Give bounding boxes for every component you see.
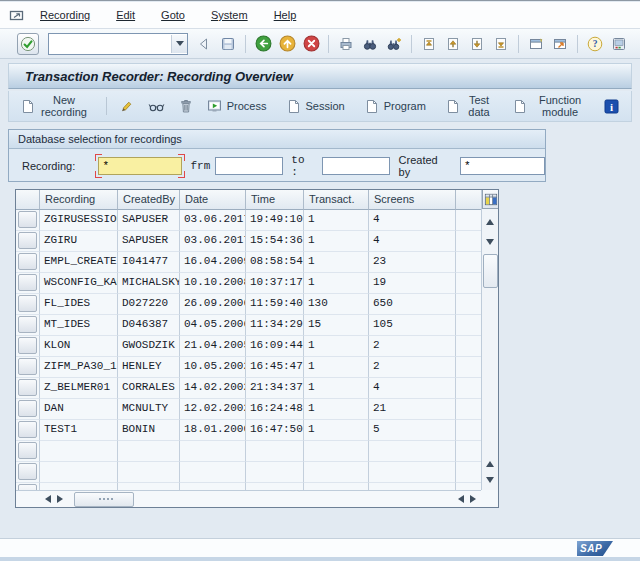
row-select-button[interactable]	[18, 232, 37, 249]
row-select-button[interactable]	[18, 421, 37, 438]
menu-help[interactable]: Help	[274, 9, 297, 21]
cell-createdby	[118, 462, 180, 483]
print-button[interactable]	[335, 33, 357, 55]
back-button[interactable]	[252, 33, 274, 55]
horizontal-scrollbar[interactable]	[16, 490, 481, 507]
column-header-createdby[interactable]: CreatedBy	[118, 190, 180, 210]
previous-page-button[interactable]	[442, 33, 464, 55]
cell-screens: 21	[369, 399, 456, 420]
created-by-input[interactable]	[460, 157, 545, 175]
status-bar: SAP	[0, 538, 640, 558]
scroll-left-button[interactable]	[42, 493, 54, 505]
scroll-down-button[interactable]	[483, 236, 497, 248]
test-data-button[interactable]: Test data	[442, 92, 497, 120]
cell-date: 12.02.2002	[180, 399, 246, 420]
new-recording-button[interactable]: New recording	[17, 92, 92, 120]
chevron-down-icon[interactable]	[171, 35, 187, 53]
row-select-button[interactable]	[18, 463, 37, 480]
created-by-label: Created by	[399, 154, 450, 178]
last-page-button[interactable]	[490, 33, 512, 55]
select-all-header-cell[interactable]	[16, 190, 40, 210]
to-input[interactable]	[322, 157, 390, 175]
next-page-button[interactable]	[466, 33, 488, 55]
horizontal-scroll-thumb[interactable]	[74, 492, 134, 507]
menu-recording[interactable]: Recording	[40, 9, 90, 21]
function-module-button[interactable]: Function module	[509, 92, 592, 120]
process-button[interactable]: Process	[203, 97, 271, 115]
scroll-up-bottom-button[interactable]	[483, 458, 497, 470]
scroll-up-button[interactable]	[483, 216, 497, 228]
save-button[interactable]	[217, 33, 239, 55]
find-next-button[interactable]	[383, 33, 405, 55]
cancel-button[interactable]	[300, 33, 322, 55]
row-select-button[interactable]	[18, 358, 37, 375]
customize-layout-button[interactable]	[608, 33, 630, 55]
column-header-recording[interactable]: Recording	[40, 190, 118, 210]
delete-recording-button[interactable]	[175, 97, 197, 116]
scroll-down-bottom-button[interactable]	[483, 474, 497, 486]
cell-createdby	[118, 441, 180, 462]
table-settings-button[interactable]	[482, 190, 499, 209]
row-select-button[interactable]	[18, 316, 37, 333]
session-label: Session	[306, 100, 345, 112]
column-header-time[interactable]: Time	[246, 190, 304, 210]
command-field[interactable]	[48, 33, 188, 55]
system-menu-icon[interactable]	[8, 7, 26, 23]
first-page-button[interactable]	[418, 33, 440, 55]
sap-gui-window: Recording Edit Goto System Help	[0, 0, 640, 561]
command-input[interactable]	[49, 35, 171, 53]
document-icon	[365, 99, 379, 114]
cell-filler	[456, 315, 481, 336]
menu-edit[interactable]: Edit	[116, 9, 135, 21]
create-shortcut-button[interactable]	[549, 33, 571, 55]
row-select-button[interactable]	[18, 379, 37, 396]
scroll-right-end-button[interactable]	[467, 493, 479, 505]
column-header-transact[interactable]: Transact.	[304, 190, 369, 210]
row-select-button[interactable]	[18, 211, 37, 228]
menu-system[interactable]: System	[211, 9, 248, 21]
scroll-left-end-button[interactable]	[455, 493, 467, 505]
exit-button[interactable]	[276, 33, 298, 55]
cell-time: 11:34:29	[246, 315, 304, 336]
row-select-button[interactable]	[18, 442, 37, 459]
frm-input[interactable]	[215, 157, 283, 175]
row-select-cell	[16, 378, 40, 399]
scroll-right-button[interactable]	[54, 493, 66, 505]
table-row: ZIFM_PA30_1HENLEY10.05.200216:45:4712	[16, 357, 481, 378]
cell-transact	[304, 462, 369, 483]
session-button[interactable]: Session	[283, 97, 349, 116]
recording-input[interactable]	[98, 157, 182, 175]
column-header-date[interactable]: Date	[180, 190, 246, 210]
cell-recording: ZGIRUSESSION	[40, 210, 118, 231]
title-bar: Transaction Recorder: Recording Overview	[8, 63, 632, 89]
back-nav-button[interactable]	[193, 33, 215, 55]
menu-goto[interactable]: Goto	[161, 9, 185, 21]
cell-screens: 5	[369, 420, 456, 441]
row-select-button[interactable]	[18, 337, 37, 354]
find-button[interactable]	[359, 33, 381, 55]
edit-recording-button[interactable]	[115, 97, 138, 116]
cell-filler	[456, 252, 481, 273]
display-recording-button[interactable]	[144, 97, 169, 115]
vertical-scrollbar[interactable]	[481, 190, 498, 490]
cell-screens	[369, 462, 456, 483]
row-select-button[interactable]	[18, 253, 37, 270]
function-module-label: Function module	[532, 94, 588, 118]
enter-button[interactable]	[17, 33, 39, 55]
cell-time: 11:59:40	[246, 294, 304, 315]
program-button[interactable]: Program	[361, 97, 430, 116]
row-select-cell	[16, 315, 40, 336]
column-header-screens[interactable]: Screens	[369, 190, 456, 210]
row-select-button[interactable]	[18, 274, 37, 291]
new-session-button[interactable]	[525, 33, 547, 55]
info-button[interactable]: i	[604, 99, 619, 114]
cell-screens: 4	[369, 231, 456, 252]
row-select-button[interactable]	[18, 400, 37, 417]
row-select-cell	[16, 336, 40, 357]
triangle-up-icon	[486, 219, 494, 225]
cell-date: 10.05.2002	[180, 357, 246, 378]
recording-field-focus	[98, 157, 182, 175]
row-select-button[interactable]	[18, 295, 37, 312]
help-button[interactable]: ?	[584, 33, 606, 55]
vertical-scroll-thumb[interactable]	[483, 254, 498, 288]
